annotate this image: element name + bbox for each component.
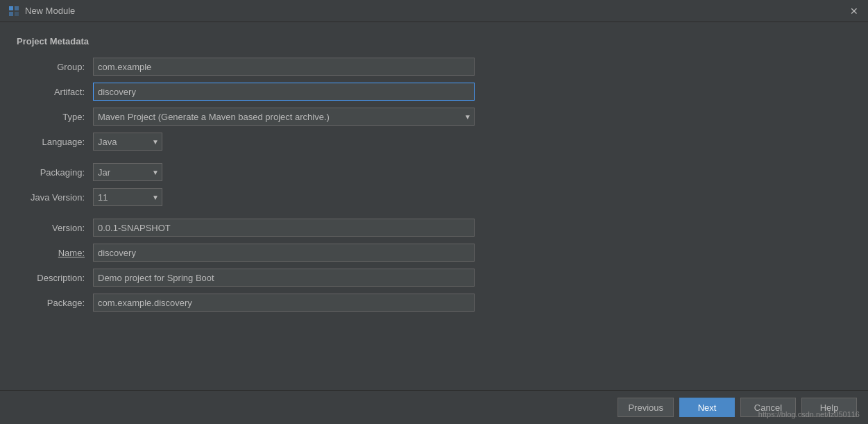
group-label: Group:	[17, 62, 93, 72]
artifact-input[interactable]	[93, 83, 475, 101]
dialog-title: New Module	[25, 6, 75, 16]
java-version-select[interactable]: 11 8 17	[93, 188, 162, 206]
version-row: Version:	[17, 219, 851, 237]
next-button[interactable]: Next	[679, 398, 735, 417]
package-row: Package:	[17, 294, 851, 312]
title-bar: New Module ✕	[0, 0, 868, 22]
description-row: Description:	[17, 269, 851, 287]
type-label: Type:	[17, 112, 93, 122]
svg-rect-2	[9, 12, 13, 16]
module-icon	[8, 6, 19, 17]
dialog-footer: Previous Next Cancel Help	[0, 390, 868, 424]
packaging-select[interactable]: Jar War	[93, 163, 162, 181]
java-version-label: Java Version:	[17, 192, 93, 203]
description-input[interactable]	[93, 269, 475, 287]
language-select-wrapper: Java Kotlin Groovy ▼	[93, 133, 162, 151]
type-row: Type: Maven Project (Generate a Maven ba…	[17, 108, 851, 126]
artifact-label: Artifact:	[17, 87, 93, 97]
java-version-row: Java Version: 11 8 17 ▼	[17, 188, 851, 206]
type-select-wrapper: Maven Project (Generate a Maven based pr…	[93, 108, 475, 126]
svg-rect-3	[15, 12, 19, 16]
language-label: Language:	[17, 137, 93, 147]
java-version-select-wrapper: 11 8 17 ▼	[93, 188, 162, 206]
svg-rect-1	[15, 6, 19, 10]
svg-rect-0	[9, 6, 13, 10]
version-input[interactable]	[93, 219, 475, 237]
new-module-dialog: New Module ✕ Project Metadata Group: Art…	[0, 0, 868, 424]
package-input[interactable]	[93, 294, 475, 312]
version-label: Version:	[17, 223, 93, 233]
packaging-select-wrapper: Jar War ▼	[93, 163, 162, 181]
name-row: Name:	[17, 244, 851, 262]
group-input[interactable]	[93, 58, 475, 76]
name-input[interactable]	[93, 244, 475, 262]
close-button[interactable]: ✕	[849, 6, 860, 17]
section-title: Project Metadata	[17, 36, 851, 46]
spacer-2	[17, 213, 851, 219]
title-bar-left: New Module	[8, 6, 75, 17]
language-select[interactable]: Java Kotlin Groovy	[93, 133, 162, 151]
packaging-label: Packaging:	[17, 167, 93, 178]
watermark: https://blog.csdn.net/lz050116	[758, 410, 860, 418]
artifact-row: Artifact:	[17, 83, 851, 101]
dialog-content: Project Metadata Group: Artifact: Type: …	[0, 22, 868, 390]
packaging-row: Packaging: Jar War ▼	[17, 163, 851, 181]
description-label: Description:	[17, 273, 93, 283]
group-row: Group:	[17, 58, 851, 76]
language-row: Language: Java Kotlin Groovy ▼	[17, 133, 851, 151]
previous-button[interactable]: Previous	[618, 398, 674, 417]
package-label: Package:	[17, 298, 93, 308]
name-label: Name:	[17, 248, 93, 258]
type-select[interactable]: Maven Project (Generate a Maven based pr…	[93, 108, 475, 126]
spacer-1	[17, 158, 851, 163]
